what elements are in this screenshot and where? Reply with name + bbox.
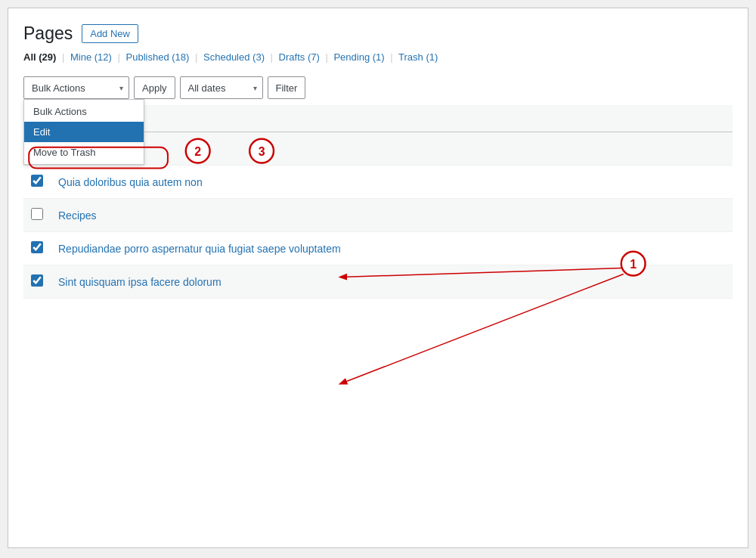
filter-link-pending[interactable]: Pending (1) [333,51,384,63]
filter-link-scheduled[interactable]: Scheduled (3) [203,51,265,63]
filter-link-drafts[interactable]: Drafts (7) [279,51,320,63]
bulk-actions-select[interactable]: Bulk Actions Edit Move to Trash [23,76,129,99]
row-checkbox-4[interactable] [31,241,43,253]
row-checkbox-3[interactable] [31,208,43,220]
page-link-5[interactable]: Sint quisquam ipsa facere dolorum [58,276,222,288]
row-title-cell-1: — Page 1 [51,132,733,166]
page-title: Pages [23,23,73,44]
toolbar: Bulk Actions Edit Move to Trash ▾ Bulk A… [23,70,733,105]
col-header-title: Parent Page [51,105,733,132]
dropdown-item-edit[interactable]: Edit [24,122,144,142]
row-title-cell-3: Recipes [51,199,733,232]
dropdown-item-bulk-actions[interactable]: Bulk Actions [24,101,144,122]
filter-link-published[interactable]: Published (18) [126,51,190,63]
add-new-button[interactable]: Add New [82,24,138,43]
row-title-cell-4: Repudiandae porro aspernatur quia fugiat… [51,232,733,265]
filter-link-all[interactable]: All (29) [23,51,56,63]
dates-wrap: All dates ▾ [180,76,263,99]
row-checkbox-cell-5 [23,265,51,299]
table-row: Sint quisquam ipsa facere dolorum [23,265,733,299]
page-link-2[interactable]: Quia doloribus quia autem non [58,176,203,188]
bulk-actions-dropdown: Bulk Actions Edit Move to Trash [23,99,144,165]
row-checkbox-cell-4 [23,232,51,265]
row-checkbox-2[interactable] [31,175,43,187]
filter-button[interactable]: Filter [268,76,306,99]
row-title-cell-2: Quia doloribus quia autem non [51,166,733,199]
row-title-cell-5: Sint quisquam ipsa facere dolorum [51,265,733,299]
sep-5: | [325,51,327,63]
sep-4: | [271,51,273,63]
table-row: Repudiandae porro aspernatur quia fugiat… [23,232,733,265]
table-row: Quia doloribus quia autem non [23,166,733,199]
bulk-actions-wrap: Bulk Actions Edit Move to Trash ▾ Bulk A… [23,76,129,99]
row-checkbox-cell-3 [23,199,51,232]
table-row: Recipes [23,199,733,232]
row-checkbox-5[interactable] [31,274,43,287]
apply-button[interactable]: Apply [134,76,175,99]
page-link-4[interactable]: Repudiandae porro aspernatur quia fugiat… [58,243,341,255]
dates-select[interactable]: All dates [180,76,263,99]
filter-link-mine[interactable]: Mine (12) [70,51,112,63]
dropdown-item-move-to-trash[interactable]: Move to Trash [24,142,144,163]
page-header: Pages Add New [23,23,733,44]
sep-6: | [390,51,392,63]
sep-3: | [195,51,197,63]
page-link-3[interactable]: Recipes [58,209,97,222]
filter-links: All (29) | Mine (12) | Published (18) | … [23,51,733,63]
row-checkbox-cell-2 [23,166,51,199]
filter-link-trash[interactable]: Trash (1) [398,51,438,63]
sep-2: | [118,51,120,63]
sep-1: | [62,51,64,63]
